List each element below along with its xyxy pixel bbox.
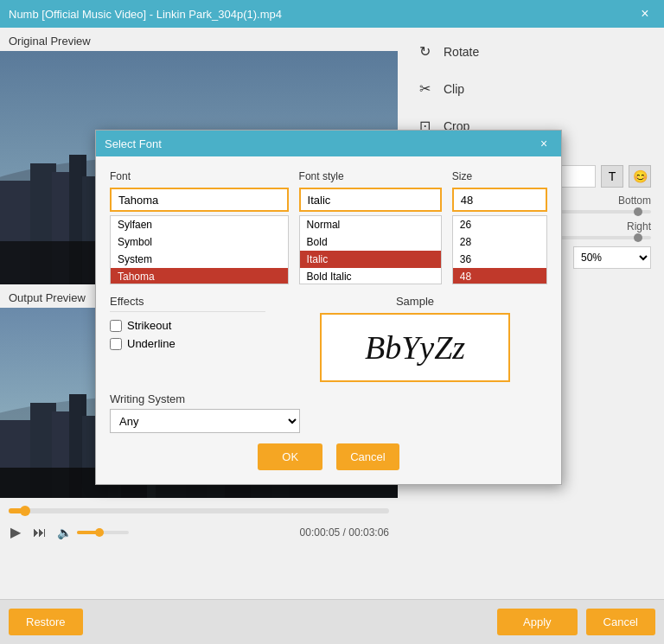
progress-bar[interactable] xyxy=(9,508,389,513)
original-preview-label: Original Preview xyxy=(0,28,398,51)
progress-thumb xyxy=(20,506,30,516)
time-display: 00:00:05 / 00:03:06 xyxy=(300,526,389,539)
controls-bar: ▶ ⏭ 🔈 00:00:05 / 00:03:06 xyxy=(0,498,398,549)
font-size-36[interactable]: 36 xyxy=(453,251,546,268)
emoji-button[interactable]: 😊 xyxy=(629,165,651,188)
cancel-main-button[interactable]: Cancel xyxy=(586,609,655,635)
font-style-label: Font style xyxy=(299,170,442,182)
font-size-26[interactable]: 26 xyxy=(453,216,546,233)
font-size-list[interactable]: 26 28 36 48 xyxy=(452,215,547,284)
volume-area: 🔈 xyxy=(57,526,129,539)
dialog-title: Select Font xyxy=(105,137,162,150)
font-size-input[interactable] xyxy=(452,188,547,212)
font-list-item-symbol[interactable]: Symbol xyxy=(111,233,288,251)
font-fields-row: Font Sylfaen Symbol System Tahoma Font s… xyxy=(110,170,547,284)
font-size-column: Size 26 28 36 48 xyxy=(452,170,547,284)
clip-icon: ✂ xyxy=(414,80,435,97)
rotate-menu-item[interactable]: ↻ Rotate xyxy=(411,36,651,67)
play-button[interactable]: ▶ xyxy=(9,522,22,542)
font-list-item-sylfaen[interactable]: Sylfaen xyxy=(111,216,288,233)
strikeout-label: Strikeout xyxy=(127,319,171,332)
effects-column: Effects Strikeout Underline xyxy=(110,295,265,382)
writing-system-row: Writing System Any Latin Greek Cyrillic … xyxy=(110,392,547,433)
volume-slider[interactable] xyxy=(77,531,129,534)
font-size-48[interactable]: 48 xyxy=(453,268,546,284)
sample-box: BbYyZz xyxy=(320,313,510,382)
effects-sample-row: Effects Strikeout Underline Sample BbYyZ… xyxy=(110,295,547,382)
window-close-button[interactable]: × xyxy=(635,3,655,24)
dialog-title-bar: Select Font × xyxy=(96,131,561,156)
writing-system-select[interactable]: Any Latin Greek Cyrillic Arabic Hebrew C… xyxy=(110,409,300,433)
font-size-label: Size xyxy=(452,170,547,182)
dialog-body: Font Sylfaen Symbol System Tahoma Font s… xyxy=(96,156,561,484)
opacity-dropdown[interactable]: 50% 25% 75% 100% xyxy=(573,246,651,269)
font-name-list[interactable]: Sylfaen Symbol System Tahoma xyxy=(110,215,289,284)
font-style-normal[interactable]: Normal xyxy=(300,216,441,233)
font-style-bold[interactable]: Bold xyxy=(300,233,441,251)
playback-controls: ▶ ⏭ 🔈 00:00:05 / 00:03:06 xyxy=(9,522,389,542)
clip-menu-item[interactable]: ✂ Clip xyxy=(411,73,651,104)
underline-checkbox[interactable] xyxy=(110,338,122,350)
bottom-bar: Restore Apply Cancel xyxy=(0,599,664,644)
volume-icon: 🔈 xyxy=(57,526,72,539)
sample-column: Sample BbYyZz xyxy=(283,295,547,382)
underline-row: Underline xyxy=(110,337,265,350)
restore-button[interactable]: Restore xyxy=(9,609,83,635)
sample-title: Sample xyxy=(396,295,434,308)
bottom-slider-thumb xyxy=(634,207,642,216)
title-bar: Numb [Official Music Video] - Linkin Par… xyxy=(0,0,664,28)
effects-title: Effects xyxy=(110,295,265,312)
main-window: Numb [Official Music Video] - Linkin Par… xyxy=(0,0,664,644)
bottom-right-buttons: Apply Cancel xyxy=(497,609,655,635)
time-total: 00:03:06 xyxy=(348,526,389,539)
font-name-label: Font xyxy=(110,170,289,182)
rotate-label: Rotate xyxy=(444,45,479,59)
volume-thumb xyxy=(95,528,104,537)
rotate-icon: ↻ xyxy=(414,43,435,60)
dialog-cancel-button[interactable]: Cancel xyxy=(336,443,399,470)
time-current: 00:00:05 xyxy=(300,526,341,539)
text-format-button[interactable]: T xyxy=(601,165,623,188)
font-style-input[interactable] xyxy=(299,188,442,212)
clip-label: Clip xyxy=(444,82,464,96)
font-style-italic[interactable]: Italic xyxy=(300,251,441,268)
font-size-28[interactable]: 28 xyxy=(453,233,546,251)
right-label: Right xyxy=(627,220,651,233)
font-name-column: Font Sylfaen Symbol System Tahoma xyxy=(110,170,289,284)
font-style-bold-italic[interactable]: Bold Italic xyxy=(300,268,441,284)
font-dialog: Select Font × Font Sylfaen Symbol System… xyxy=(95,130,562,485)
font-name-input[interactable] xyxy=(110,188,289,212)
font-list-item-tahoma[interactable]: Tahoma xyxy=(111,268,288,284)
skip-forward-button[interactable]: ⏭ xyxy=(31,523,48,542)
font-style-column: Font style Normal Bold Italic Bold Itali… xyxy=(299,170,442,284)
apply-button[interactable]: Apply xyxy=(497,609,578,635)
time-separator: / xyxy=(340,526,348,539)
sample-text: BbYyZz xyxy=(365,328,465,367)
dialog-ok-button[interactable]: OK xyxy=(258,443,322,470)
right-slider-thumb xyxy=(634,233,642,242)
strikeout-checkbox[interactable] xyxy=(110,320,122,332)
bottom-label: Bottom xyxy=(618,194,651,207)
font-list-item-system[interactable]: System xyxy=(111,251,288,268)
underline-label: Underline xyxy=(127,337,176,350)
dialog-buttons: OK Cancel xyxy=(110,443,547,470)
strikeout-row: Strikeout xyxy=(110,319,265,332)
dialog-close-button[interactable]: × xyxy=(535,135,552,152)
writing-system-label: Writing System xyxy=(110,392,547,405)
window-title: Numb [Official Music Video] - Linkin Par… xyxy=(9,8,282,21)
font-style-list[interactable]: Normal Bold Italic Bold Italic xyxy=(299,215,442,284)
